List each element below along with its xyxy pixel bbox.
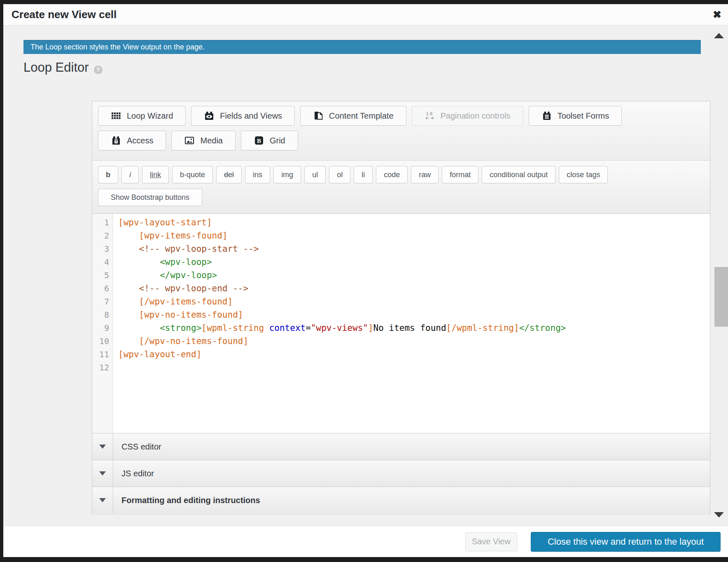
collapse-toggle[interactable]: [92, 487, 113, 513]
toolbar-button-label: Grid: [270, 136, 285, 145]
quicktag-link-button[interactable]: link: [142, 166, 169, 183]
dialog-footer: Save View Close this view and return to …: [3, 526, 728, 557]
section-label: JS editor: [121, 460, 154, 487]
toolbar-button-fields-and-views[interactable]: Fields and Views: [191, 106, 295, 126]
editor-toolbar: Loop WizardFields and ViewsContent Templ…: [92, 101, 710, 161]
quicktag-i-button[interactable]: i: [121, 166, 139, 183]
svg-text:1: 1: [426, 111, 428, 116]
toolbar-button-access[interactable]: Access: [98, 131, 166, 150]
bootstrap-icon: B: [254, 135, 264, 146]
help-icon[interactable]: ?: [94, 66, 103, 74]
toolbar-button-label: Access: [127, 136, 153, 145]
dialog-header: Create new View cell ✖: [3, 4, 728, 26]
line-number-gutter: 123456789101112: [92, 214, 113, 433]
notice-text: The Loop section styles the View output …: [30, 43, 205, 52]
grid-icon: [111, 110, 121, 121]
line-number: 4: [92, 255, 112, 269]
quicktags-row-2: Show Bootstrap buttons: [98, 189, 704, 206]
line-number: 9: [92, 321, 112, 335]
quicktag-conditional-output-button[interactable]: conditional output: [482, 166, 555, 183]
quicktag-raw-button[interactable]: raw: [411, 166, 439, 183]
document-icon: [313, 110, 324, 121]
toolbar-button-label: Fields and Views: [220, 111, 282, 121]
toolbar-button-grid[interactable]: BGrid: [241, 131, 298, 150]
toolbar-button-loop-wizard[interactable]: Loop Wizard: [98, 106, 186, 126]
quicktag-ins-button[interactable]: ins: [245, 166, 270, 183]
save-view-button[interactable]: Save View: [465, 532, 517, 551]
code-line: [118, 361, 710, 374]
svg-text:9: 9: [430, 111, 432, 116]
dialog-body: The Loop section styles the View output …: [3, 26, 728, 526]
line-number: 1: [92, 216, 112, 229]
triangle-down-icon: [99, 471, 106, 475]
create-view-cell-dialog: Create new View cell ✖ The Loop section …: [3, 4, 728, 557]
quicktag-b-quote-button[interactable]: b-quote: [172, 166, 213, 183]
collapse-toggle[interactable]: [92, 460, 113, 487]
css-editor-section[interactable]: CSS editor: [92, 433, 710, 460]
code-line: <!-- wpv-loop-start -->: [118, 242, 710, 255]
screen: Create new View cell ✖ The Loop section …: [0, 0, 728, 562]
quicktag-close-tags-button[interactable]: close tags: [559, 166, 608, 183]
scrollbar-thumb[interactable]: [714, 267, 728, 327]
toolbar-button-media[interactable]: Media: [171, 131, 235, 150]
loop-section-notice: The Loop section styles the View output …: [23, 40, 701, 54]
toolbar-button-label: Media: [200, 136, 222, 145]
toolbar-row-2: AccessMediaBGrid: [98, 131, 704, 150]
line-number: 11: [92, 348, 112, 361]
collapse-toggle[interactable]: [92, 433, 113, 460]
quicktag-ol-button[interactable]: ol: [329, 166, 350, 183]
show-bootstrap-buttons-button[interactable]: Show Bootstrap buttons: [98, 189, 202, 206]
quicktag-ul-button[interactable]: ul: [304, 166, 326, 183]
image-icon: [184, 135, 195, 146]
line-number: 10: [92, 335, 112, 348]
code-line: [wpv-layout-start]: [118, 216, 710, 229]
triangle-down-icon: [99, 498, 106, 502]
close-icon[interactable]: ✖: [713, 9, 721, 20]
loop-editor-heading: Loop Editor: [23, 60, 89, 75]
quicktag-li-button[interactable]: li: [354, 166, 373, 183]
quicktag-code-button[interactable]: code: [376, 166, 408, 183]
scroll-up-arrow[interactable]: [714, 33, 724, 38]
formatting-and-editing-instructions-section[interactable]: Formatting and editing instructions: [92, 487, 710, 513]
code-line: [wpv-layout-end]: [118, 348, 710, 361]
line-number: 7: [92, 295, 112, 308]
toolset-forms-icon: [541, 110, 552, 121]
code-line: [/wpv-items-found]: [118, 295, 710, 308]
collapsible-sections: CSS editorJS editorFormatting and editin…: [92, 433, 710, 513]
code-line: [/wpv-no-items-found]: [118, 335, 710, 348]
code-line: <!-- wpv-loop-end -->: [118, 282, 710, 295]
toolbar-button-content-template[interactable]: Content Template: [300, 106, 406, 126]
toolbar-row-1: Loop WizardFields and ViewsContent Templ…: [98, 106, 704, 126]
code-line: <wpv-loop>: [118, 255, 710, 269]
line-number: 12: [92, 361, 112, 374]
code-line: [wpv-no-items-found]: [118, 308, 710, 321]
scroll-down-arrow[interactable]: [714, 512, 724, 518]
svg-text:B: B: [257, 138, 261, 144]
code-area[interactable]: [wpv-layout-start] [wpv-items-found] <!-…: [113, 214, 710, 433]
pagination-icon: 19: [425, 110, 435, 121]
line-number: 5: [92, 269, 112, 282]
js-editor-section[interactable]: JS editor: [92, 460, 710, 487]
line-number: 8: [92, 308, 112, 321]
section-label: Formatting and editing instructions: [121, 487, 260, 513]
line-number: 6: [92, 282, 112, 295]
toolbar-button-label: Toolset Forms: [558, 111, 609, 121]
close-view-button[interactable]: Close this view and return to the layout: [531, 532, 721, 552]
section-label: CSS editor: [121, 433, 161, 460]
line-number: 3: [92, 242, 112, 255]
code-line: <strong>[wpml-string context="wpv-views"…: [118, 321, 710, 335]
code-line: [wpv-items-found]: [118, 229, 710, 242]
toolbar-button-toolset-forms[interactable]: Toolset Forms: [529, 106, 622, 126]
quicktag-format-button[interactable]: format: [442, 166, 478, 183]
toolbar-button-label: Loop Wizard: [127, 111, 173, 121]
code-editor[interactable]: 123456789101112 [wpv-layout-start] [wpv-…: [92, 214, 710, 433]
quicktag-img-button[interactable]: img: [273, 166, 301, 183]
quicktag-b-button[interactable]: b: [98, 166, 118, 183]
quicktag-del-button[interactable]: del: [216, 166, 242, 183]
toolset-eye-icon: [204, 110, 215, 121]
quicktags-row-1: bilinkb-quotedelinsimgulollicoderawforma…: [98, 166, 704, 183]
toolbar-button-pagination-controls: 19Pagination controls: [412, 106, 523, 126]
dialog-title: Create new View cell: [12, 8, 117, 21]
toolbar-button-label: Content Template: [329, 111, 393, 121]
code-line: </wpv-loop>: [118, 269, 710, 282]
